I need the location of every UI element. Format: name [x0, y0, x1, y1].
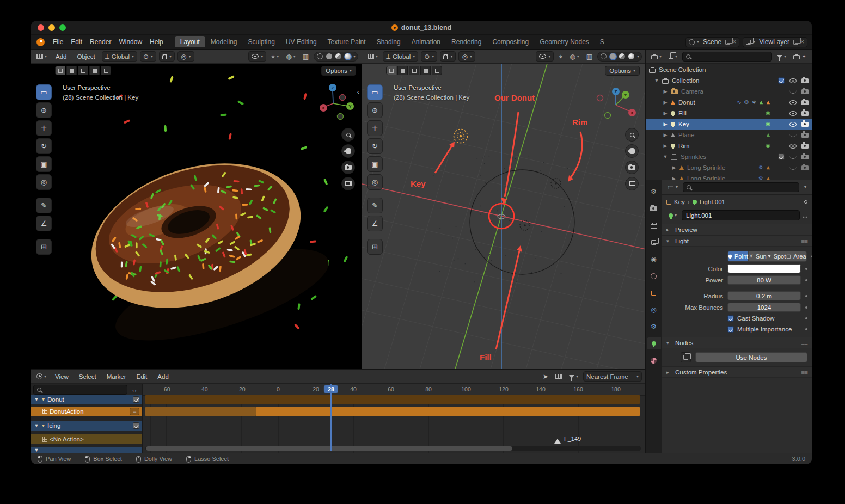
snapping-toggle[interactable]: ▾	[440, 51, 456, 62]
shading-wireframe-button[interactable]	[600, 53, 608, 60]
channel-enable-checkbox[interactable]	[133, 396, 139, 403]
ortho-grid-icon[interactable]	[625, 177, 639, 190]
tab-texture[interactable]	[647, 354, 661, 366]
pin-icon[interactable]	[804, 200, 807, 204]
panel-preview[interactable]: ▸ Preview ≡≡	[662, 224, 812, 235]
outliner-row-rim[interactable]: ▶ Rim ◉	[646, 140, 812, 151]
panel-custom-properties[interactable]: ▸ Custom Properties ≡≡	[662, 366, 812, 378]
panel-nodes[interactable]: ▾ Nodes ≡≡	[662, 337, 812, 348]
tab-compositing[interactable]: Compositing	[487, 36, 534, 47]
select-mode-4[interactable]	[420, 66, 431, 75]
select-box-tool[interactable]: ▭	[36, 84, 52, 100]
tab-texture-paint[interactable]: Texture Paint	[322, 36, 371, 47]
annotate-tool[interactable]: ✎	[36, 198, 52, 213]
select-mode-1[interactable]	[386, 66, 396, 75]
render-camera-icon[interactable]	[801, 111, 809, 116]
filter-dropdown[interactable]: ▾	[567, 371, 580, 382]
cursor-tool[interactable]: ⊕	[367, 102, 383, 118]
shading-rendered-button[interactable]	[628, 53, 635, 60]
light-browse-dropdown[interactable]: ▾	[666, 210, 679, 220]
menu-window[interactable]: Window	[115, 36, 146, 47]
menu-edit[interactable]: Edit	[67, 36, 86, 47]
eye-icon[interactable]	[789, 78, 797, 83]
add-cube-tool[interactable]: ⊞	[36, 239, 52, 255]
channel-donut-action[interactable]: DonutAction ≣	[31, 407, 142, 416]
menu-help[interactable]: Help	[146, 36, 167, 47]
close-button[interactable]	[38, 24, 44, 31]
disclosure-icon[interactable]: ▶	[671, 165, 677, 170]
shading-rendered-button[interactable]	[344, 53, 352, 60]
tab-tool[interactable]: ⚙	[647, 186, 661, 198]
action-strip[interactable]	[256, 407, 640, 416]
collapse-region-arrow[interactable]: ‹	[357, 88, 359, 96]
move-tool[interactable]: ✛	[36, 120, 52, 136]
scrollbar-thumb[interactable]	[146, 446, 512, 451]
close-icon[interactable]: ×	[800, 39, 804, 45]
light-type-sun[interactable]: ☀Sun	[749, 251, 767, 261]
disclosure-icon[interactable]: ▶	[671, 176, 677, 180]
menu-add[interactable]: Add	[154, 372, 172, 382]
tab-rendering[interactable]: Rendering	[446, 36, 487, 47]
close-icon[interactable]: ×	[732, 39, 736, 45]
object-visibility-dropdown[interactable]: ▾	[248, 51, 266, 62]
transform-tool[interactable]: ◎	[36, 174, 52, 190]
scene-selector[interactable]: ▾ Scene ×	[685, 37, 739, 47]
camera-view-icon[interactable]	[625, 161, 639, 174]
disclosure-icon[interactable]: ▶	[662, 89, 669, 94]
editor-type-button[interactable]: ≔▾	[665, 182, 680, 193]
exclude-checkbox[interactable]	[778, 77, 785, 84]
outliner-row-camera[interactable]: ▶ Camera	[646, 86, 812, 97]
render-camera-icon[interactable]	[801, 122, 809, 127]
zoom-icon[interactable]	[341, 128, 355, 142]
light-name-field[interactable]: Light.001	[682, 210, 800, 220]
channel-search-input[interactable]	[33, 385, 127, 395]
menu-file[interactable]: File	[49, 36, 67, 47]
tab-geometry-nodes[interactable]: Geometry Nodes	[534, 36, 595, 47]
marker-line[interactable]	[558, 396, 558, 441]
disclosure-icon[interactable]: ▼	[662, 154, 669, 159]
menu-render[interactable]: Render	[86, 36, 115, 47]
track-region[interactable]: -60 -40 -20 0 20 40 60 80 100 120 140 16…	[143, 384, 645, 453]
shading-solid-button[interactable]	[326, 53, 333, 60]
tab-layout[interactable]: Layout	[175, 36, 205, 47]
menu-marker[interactable]: Marker	[103, 372, 130, 382]
outliner-row-long-sprinkle[interactable]: ▶ Long Sprinkle ⚙	[646, 162, 812, 173]
disclosure-icon[interactable]: ▶	[662, 132, 669, 138]
multiple-importance-checkbox[interactable]	[727, 326, 734, 333]
editor-type-button[interactable]: ▾	[34, 371, 48, 382]
outliner-row-key[interactable]: ▶ Key ◉	[646, 119, 812, 130]
menu-object[interactable]: Object	[73, 52, 99, 62]
render-camera-icon[interactable]	[801, 144, 809, 149]
select-mode-5[interactable]	[432, 66, 442, 75]
max-bounces-field[interactable]: 1024	[727, 303, 801, 312]
xray-toggle[interactable]: ▥	[584, 51, 595, 62]
menu-select[interactable]: Select	[75, 372, 100, 382]
light-type-area[interactable]: Area	[786, 251, 806, 261]
channel-enable-checkbox[interactable]	[133, 422, 139, 429]
xray-toggle[interactable]: ▥	[301, 51, 311, 62]
tab-scene[interactable]: ◉	[647, 253, 661, 265]
options-dropdown[interactable]: Options▾	[605, 66, 640, 76]
select-mode-5[interactable]	[101, 66, 111, 75]
scale-tool[interactable]: ▣	[36, 156, 52, 172]
outliner-row-long-sprinkle-2[interactable]: ▶ Long Sprinkle ⚙	[646, 173, 812, 180]
select-mode-2[interactable]	[66, 66, 77, 75]
new-collection-button[interactable]: ＋	[791, 51, 809, 62]
viewlayer-selector[interactable]: ▾ ViewLayer ×	[743, 37, 807, 47]
pan-hand-icon[interactable]	[341, 144, 355, 158]
tab-object[interactable]	[647, 287, 661, 299]
marker-triangle-icon[interactable]	[554, 439, 561, 444]
eye-icon[interactable]	[789, 122, 797, 127]
ortho-grid-icon[interactable]	[341, 177, 355, 190]
disclosure-icon[interactable]: ▶	[662, 121, 669, 127]
overlays-toggle[interactable]: ◍▾	[284, 51, 298, 62]
transform-tool[interactable]: ◎	[367, 174, 383, 190]
eye-closed-icon[interactable]	[789, 166, 797, 170]
tab-uv-editing[interactable]: UV Editing	[280, 36, 322, 47]
menu-add[interactable]: Add	[52, 52, 70, 62]
current-frame-badge[interactable]: 28	[324, 385, 338, 393]
select-mode-3[interactable]	[409, 66, 419, 75]
editor-type-button[interactable]: ▾	[34, 51, 49, 62]
cursor-tool[interactable]: ⊕	[36, 102, 52, 118]
outliner-search-input[interactable]	[682, 52, 772, 62]
